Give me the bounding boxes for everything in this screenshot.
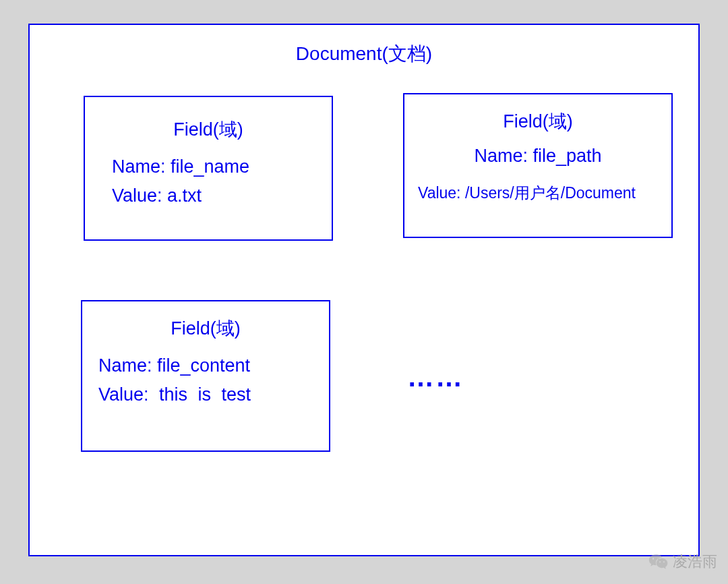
field-name-label: Name: file_content	[82, 355, 329, 376]
field-value-label: Value: /Users/用户名/Document	[404, 183, 671, 204]
wechat-icon	[648, 553, 669, 571]
field-box-file-name: Field(域) Name: file_name Value: a.txt	[84, 96, 333, 241]
watermark: 凌浩雨	[648, 552, 717, 572]
field-name-label: Name: file_name	[85, 156, 332, 177]
ellipsis-more: ……	[407, 362, 464, 392]
field-name-label: Name: file_path	[404, 146, 671, 167]
field-box-file-path: Field(域) Name: file_path Value: /Users/用…	[403, 93, 673, 238]
document-title: Document(文档)	[30, 41, 698, 67]
document-container: Document(文档) Field(域) Name: file_name Va…	[28, 24, 700, 556]
field-value-label: Value: this is test	[82, 384, 329, 405]
field-title: Field(域)	[82, 316, 329, 341]
field-value-label: Value: a.txt	[85, 185, 332, 206]
watermark-text: 凌浩雨	[673, 552, 717, 572]
field-box-file-content: Field(域) Name: file_content Value: this …	[81, 300, 330, 452]
field-title: Field(域)	[404, 109, 671, 134]
field-title: Field(域)	[85, 117, 332, 142]
